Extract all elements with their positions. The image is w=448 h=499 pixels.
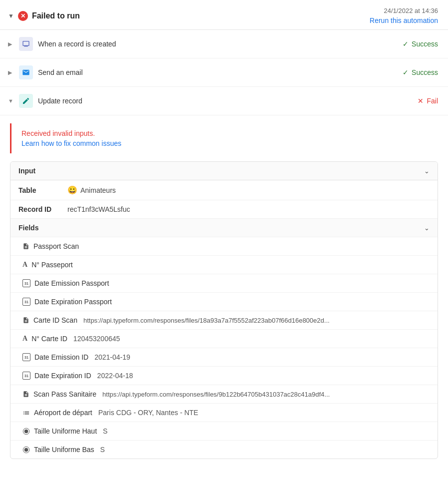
- field-icon-text: A: [22, 261, 27, 269]
- field-row: AN° Passeport: [10, 256, 438, 274]
- field-value: S: [103, 427, 107, 435]
- field-name: Taille Uniforme Bas: [34, 446, 94, 454]
- field-row: Passport Scan: [10, 237, 438, 256]
- step-update-label: Update record: [38, 97, 82, 105]
- table-row: Table 😀 Animateurs: [10, 180, 438, 200]
- step-update: ▼ Update record ✕ Fail: [0, 87, 448, 115]
- step-email-status: ✓ Success: [403, 68, 438, 76]
- field-row: 31Date Emission Passport: [10, 274, 438, 293]
- field-value: https://api.typeform.com/responses/files…: [102, 391, 330, 398]
- field-icon-date: 31: [22, 298, 30, 306]
- failed-title: Failed to run: [32, 11, 80, 20]
- step-trigger-check-icon: ✓: [403, 40, 409, 48]
- step-update-chevron-icon[interactable]: ▼: [8, 98, 14, 104]
- step-trigger-left: ▶ When a record is created: [8, 37, 116, 51]
- header-right: 24/1/2022 at 14:36 Rerun this automation: [370, 7, 438, 24]
- field-row: Taille Uniforme BasS: [10, 441, 438, 459]
- step-trigger: ▶ When a record is created ✓ Success: [0, 30, 448, 58]
- rerun-link[interactable]: Rerun this automation: [370, 16, 438, 24]
- field-value: S: [100, 446, 105, 454]
- field-name: Date Emission Passport: [34, 279, 109, 287]
- field-value: Paris CDG - ORY, Nantes - NTE: [98, 409, 198, 417]
- step-email-left: ▶ Send an email: [8, 65, 83, 79]
- field-name: Aéroport de départ: [34, 409, 92, 417]
- field-icon-date: 31: [22, 372, 30, 380]
- input-header[interactable]: Input ⌄: [10, 162, 438, 180]
- field-name: Scan Pass Sanitaire: [33, 390, 96, 398]
- field-name: Carte ID Scan: [33, 316, 77, 324]
- step-trigger-status-text: Success: [412, 40, 438, 48]
- collapse-chevron-icon[interactable]: ▼: [8, 12, 14, 19]
- step-update-icon: [19, 94, 33, 108]
- input-section: Input ⌄ Table 😀 Animateurs Record ID rec…: [10, 161, 438, 459]
- field-name: N° Carte ID: [31, 335, 67, 343]
- fields-header-label: Fields: [18, 224, 38, 232]
- step-email: ▶ Send an email ✓ Success: [0, 58, 448, 87]
- field-icon-text: A: [22, 335, 27, 343]
- field-icon-list: [22, 409, 30, 417]
- step-trigger-label: When a record is created: [38, 40, 116, 48]
- field-name: Date Emission ID: [34, 353, 88, 361]
- svg-point-3: [24, 448, 28, 452]
- field-row: 31Date Emission ID2021-04-19: [10, 348, 438, 367]
- field-name: Passport Scan: [33, 242, 79, 250]
- record-id-label: Record ID: [18, 205, 63, 213]
- field-icon-file: [22, 316, 29, 324]
- field-value: 120453200645: [73, 335, 120, 343]
- field-row: Carte ID Scanhttps://api.typeform.com/re…: [10, 311, 438, 330]
- field-icon-file: [22, 242, 29, 250]
- error-message-box: Received invalid inputs. Learn how to fi…: [10, 123, 438, 153]
- table-value: Animateurs: [80, 186, 116, 194]
- step-email-status-text: Success: [412, 68, 438, 76]
- field-icon-date: 31: [22, 353, 30, 361]
- field-value: https://api.typeform.com/responses/files…: [83, 317, 330, 324]
- step-email-icon: [19, 65, 33, 79]
- header-left: ▼ ✕ Failed to run: [8, 11, 80, 21]
- svg-point-1: [24, 429, 28, 433]
- step-email-check-icon: ✓: [403, 68, 409, 76]
- step-update-status-text: Fail: [427, 97, 438, 105]
- step-update-x-icon: ✕: [418, 97, 424, 105]
- fields-collapse-icon: ⌄: [424, 224, 430, 232]
- field-row: Scan Pass Sanitairehttps://api.typeform.…: [10, 385, 438, 404]
- step-email-label: Send an email: [38, 68, 83, 76]
- automation-run-container: ▼ ✕ Failed to run 24/1/2022 at 14:36 Rer…: [0, 0, 448, 459]
- fields-header[interactable]: Fields ⌄: [10, 219, 438, 237]
- field-value: 2022-04-18: [97, 372, 133, 380]
- header-row: ▼ ✕ Failed to run 24/1/2022 at 14:36 Rer…: [0, 0, 448, 30]
- field-row: Aéroport de départParis CDG - ORY, Nante…: [10, 404, 438, 422]
- field-value: 2021-04-19: [94, 353, 130, 361]
- table-emoji: 😀: [67, 185, 77, 195]
- error-fix-link[interactable]: Learn how to fix common issues: [21, 139, 121, 147]
- field-name: Taille Uniforme Haut: [34, 427, 97, 435]
- run-timestamp: 24/1/2022 at 14:36: [370, 7, 438, 14]
- field-icon-select: [22, 428, 30, 435]
- field-row: 31Date Expiration ID2022-04-18: [10, 367, 438, 385]
- field-icon-file: [22, 390, 29, 398]
- field-row: Taille Uniforme HautS: [10, 422, 438, 441]
- error-status-icon: ✕: [18, 11, 28, 21]
- step-update-left: ▼ Update record: [8, 94, 82, 108]
- field-name: Date Expiration Passport: [34, 298, 112, 306]
- field-row: 31Date Expiration Passport: [10, 293, 438, 311]
- field-name: Date Expiration ID: [34, 372, 91, 380]
- record-id-row: Record ID recT1nf3cWA5Lsfuc: [10, 200, 438, 219]
- record-id-value: recT1nf3cWA5Lsfuc: [67, 205, 130, 213]
- input-header-label: Input: [18, 167, 35, 175]
- fields-list: Passport ScanAN° Passeport31Date Emissio…: [10, 237, 438, 459]
- field-row: AN° Carte ID120453200645: [10, 330, 438, 348]
- input-collapse-icon: ⌄: [424, 167, 430, 175]
- error-msg-line1: Received invalid inputs.: [21, 129, 428, 137]
- field-name: N° Passeport: [31, 261, 73, 269]
- step-trigger-icon: [19, 37, 33, 51]
- step-update-status: ✕ Fail: [418, 97, 438, 105]
- step-trigger-status: ✓ Success: [403, 40, 438, 48]
- step-trigger-chevron-icon[interactable]: ▶: [8, 41, 14, 47]
- step-email-chevron-icon[interactable]: ▶: [8, 69, 14, 76]
- field-icon-date: 31: [22, 279, 30, 287]
- field-icon-select: [22, 446, 30, 454]
- table-label: Table: [18, 186, 63, 194]
